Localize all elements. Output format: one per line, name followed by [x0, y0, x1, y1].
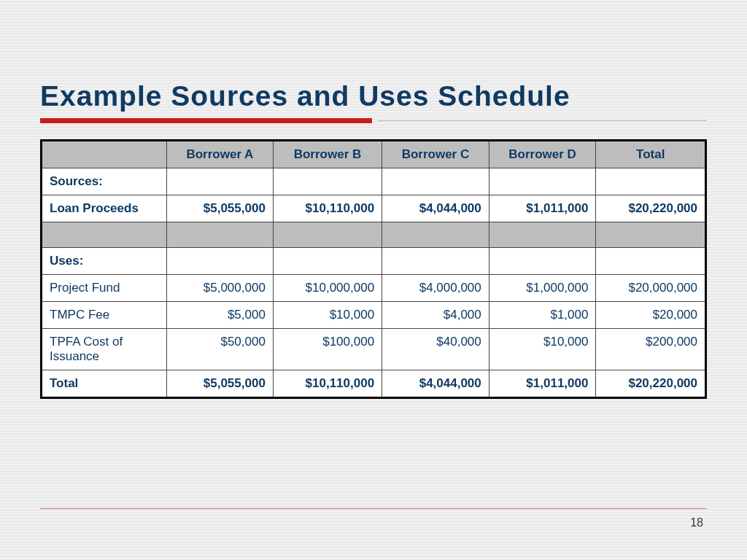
cell: $1,000: [489, 302, 596, 329]
table-row: Total $5,055,000 $10,110,000 $4,044,000 …: [42, 370, 706, 398]
cell: $40,000: [382, 329, 489, 370]
table-row: TPFA Cost of Issuance $50,000 $100,000 $…: [42, 329, 706, 370]
total-label: Total: [42, 370, 167, 398]
sources-label: Sources:: [42, 168, 167, 195]
header-total: Total: [596, 141, 706, 168]
cell: $5,055,000: [167, 370, 274, 398]
header-blank: [42, 141, 167, 168]
cell: $10,000,000: [273, 275, 382, 302]
cell: $1,011,000: [489, 195, 596, 222]
slide: Example Sources and Uses Schedule Borrow…: [0, 0, 747, 560]
cell: $100,000: [273, 329, 382, 370]
cell: $10,110,000: [273, 195, 382, 222]
header-borrower-a: Borrower A: [167, 141, 274, 168]
cell: $1,000,000: [489, 275, 596, 302]
cell: $200,000: [596, 329, 706, 370]
cell: $50,000: [167, 329, 274, 370]
table-row: Project Fund $5,000,000 $10,000,000 $4,0…: [42, 275, 706, 302]
row-label: Project Fund: [42, 275, 167, 302]
row-label: TPFA Cost of Issuance: [42, 329, 167, 370]
cell: $4,000,000: [382, 275, 489, 302]
title-underline: [40, 118, 707, 123]
cell: $20,220,000: [596, 370, 706, 398]
table-row: Uses:: [42, 248, 706, 275]
cell: $5,000: [167, 302, 274, 329]
cell: $10,000: [489, 329, 596, 370]
cell: $4,044,000: [382, 195, 489, 222]
thin-rule: [378, 120, 707, 121]
cell: $5,055,000: [167, 195, 274, 222]
footer-rule: [40, 508, 707, 509]
table-header-row: Borrower A Borrower B Borrower C Borrowe…: [42, 141, 706, 168]
cell: $10,110,000: [273, 370, 382, 398]
row-label: Loan Proceeds: [42, 195, 167, 222]
table-row: Sources:: [42, 168, 706, 195]
row-label: TMPC Fee: [42, 302, 167, 329]
page-number: 18: [690, 516, 703, 529]
table-row: Loan Proceeds $5,055,000 $10,110,000 $4,…: [42, 195, 706, 222]
header-borrower-c: Borrower C: [382, 141, 489, 168]
uses-label: Uses:: [42, 248, 167, 275]
sources-uses-table: Borrower A Borrower B Borrower C Borrowe…: [40, 139, 707, 399]
red-rule: [40, 118, 372, 123]
cell: $10,000: [273, 302, 382, 329]
header-borrower-d: Borrower D: [489, 141, 596, 168]
table-separator: [42, 222, 706, 248]
cell: $5,000,000: [167, 275, 274, 302]
cell: $20,220,000: [596, 195, 706, 222]
cell: $4,044,000: [382, 370, 489, 398]
cell: $20,000,000: [596, 275, 706, 302]
cell: $1,011,000: [489, 370, 596, 398]
header-borrower-b: Borrower B: [273, 141, 382, 168]
cell: $20,000: [596, 302, 706, 329]
table-row: TMPC Fee $5,000 $10,000 $4,000 $1,000 $2…: [42, 302, 706, 329]
cell: $4,000: [382, 302, 489, 329]
title-block: Example Sources and Uses Schedule: [40, 80, 707, 112]
page-title: Example Sources and Uses Schedule: [40, 80, 707, 112]
